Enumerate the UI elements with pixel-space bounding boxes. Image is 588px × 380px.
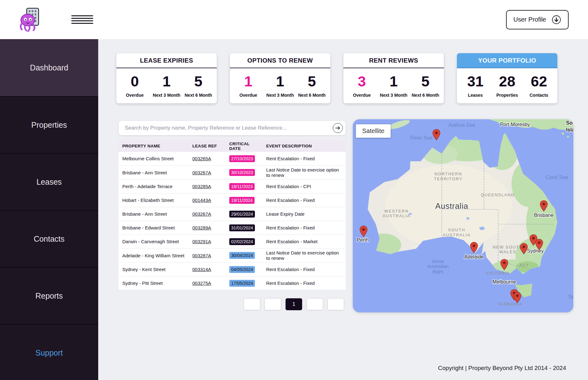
stat-label: Overdue xyxy=(119,93,151,98)
lease-ref-link[interactable]: 003287A xyxy=(192,253,211,258)
search-input[interactable] xyxy=(119,121,346,135)
stat-next-3-month: 1 Next 3 Month xyxy=(378,74,410,98)
pagination-box-1[interactable] xyxy=(244,298,260,310)
map-label-melbourne: Melbourne xyxy=(493,279,516,285)
stat-next-6-month: 5 Next 6 Month xyxy=(296,74,328,98)
event-description-cell: Rent Escalation - Fixed xyxy=(262,196,346,204)
critical-date-badge: 30/10/2023 xyxy=(229,169,255,176)
table-row[interactable]: Brisbane - Ann Street 003267A 30/10/2023… xyxy=(119,166,346,180)
map-label-sydney: Sydney xyxy=(527,248,544,254)
stat-label: Next 6 Month xyxy=(409,93,441,98)
octopus-logo[interactable] xyxy=(17,6,43,33)
sidebar-item-support[interactable]: Support xyxy=(0,324,98,380)
table-row[interactable]: Brisbane - Edward Street 003289A 31/01/2… xyxy=(119,221,346,235)
sidebar-item-properties[interactable]: Properties xyxy=(0,96,98,153)
pagination: 1 xyxy=(119,298,346,310)
arrow-right-icon xyxy=(335,125,341,131)
map-label-adelaide: Adelaide xyxy=(464,254,484,259)
sidebar-item-contacts[interactable]: Contacts xyxy=(0,210,98,267)
pagination-box-5[interactable] xyxy=(327,298,344,310)
map-label-nt-1: NORTHERN xyxy=(434,172,462,176)
search-submit-button[interactable] xyxy=(333,123,343,133)
user-profile-label: User Profile xyxy=(514,16,546,23)
card-body: 0 Overdue 1 Next 3 Month 5 Next 6 Month xyxy=(116,68,217,103)
critical-date-badge: 27/10/2023 xyxy=(229,155,255,162)
lease-ref-link[interactable]: 003291A xyxy=(192,239,211,244)
critical-dates-table: PROPERTY NAME LEASE REF CRITICAL DATE EV… xyxy=(119,140,346,290)
map-label-tasman-sea: Tasm xyxy=(568,295,573,300)
satellite-toggle-button[interactable]: Satellite xyxy=(356,124,391,138)
stat-cards-row: LEASE EXPIRIES 0 Overdue 1 Next 3 Month … xyxy=(116,53,588,103)
column-header-event-description: EVENT DESCRIPTION xyxy=(262,144,346,148)
sidebar-item-label: Dashboard xyxy=(30,63,68,72)
stat-value: 1 xyxy=(232,74,264,89)
user-profile-button[interactable]: User Profile xyxy=(506,10,569,29)
table-row[interactable]: Melbourne Collins Street 003265A 27/10/2… xyxy=(119,152,346,166)
pagination-box-4[interactable] xyxy=(307,298,323,310)
column-header-property-name: PROPERTY NAME xyxy=(119,144,189,148)
sidebar-item-label: Reports xyxy=(35,291,63,300)
stat-value: 1 xyxy=(151,74,183,89)
card-body: 31 Leases 28 Properties 62 Contacts xyxy=(457,68,557,103)
hamburger-menu-icon[interactable] xyxy=(71,15,93,24)
lease-ref-link[interactable]: 003275A xyxy=(192,280,211,286)
card-title: OPTIONS TO RENEW xyxy=(230,53,330,68)
table-row[interactable]: Brisbane - Ann Street 003267A 29/01/2024… xyxy=(119,207,346,221)
critical-date-badge: 29/01/2024 xyxy=(229,211,255,218)
stat-next-3-month: 1 Next 3 Month xyxy=(151,74,183,98)
property-name-cell: Brisbane - Ann Street xyxy=(119,210,189,218)
map-label-timor-sea: Timor Sea xyxy=(410,135,433,141)
map-label-vic: VICTORIA xyxy=(486,271,510,275)
card-lease-expiries: LEASE EXPIRIES 0 Overdue 1 Next 3 Month … xyxy=(116,53,217,103)
event-description-cell: Rent Escalation - Fixed xyxy=(262,154,346,163)
stat-label: Next 3 Month xyxy=(264,93,296,98)
lease-ref-link[interactable]: 001443A xyxy=(192,198,211,203)
stat-next-6-month: 5 Next 6 Month xyxy=(182,74,214,98)
stat-label: Next 3 Month xyxy=(378,93,410,98)
map-label-sol-2: Isla xyxy=(566,127,573,132)
card-your-portfolio: YOUR PORTFOLIO 31 Leases 28 Properties 6… xyxy=(457,53,557,103)
table-row[interactable]: Adelaide - King William Street 003287A 3… xyxy=(119,249,346,263)
content-row: PROPERTY NAME LEASE REF CRITICAL DATE EV… xyxy=(119,121,588,312)
column-header-critical-date: CRITICAL DATE xyxy=(226,141,262,151)
property-name-cell: Brisbane - Ann Street xyxy=(119,168,189,177)
stat-value: 62 xyxy=(523,74,555,89)
card-title: RENT REVIEWS xyxy=(343,53,444,68)
lease-ref-link[interactable]: 003289A xyxy=(192,225,211,230)
map-label-australia: Australia xyxy=(435,202,469,210)
sidebar-item-dashboard[interactable]: Dashboard xyxy=(0,39,98,96)
stat-label: Leases xyxy=(459,93,491,98)
map-label-act: ACT xyxy=(519,263,529,268)
table-row[interactable]: Sydney - Pitt Street 003275A 17/05/2024 … xyxy=(119,276,346,290)
table-row[interactable]: Hobart - Elizabeth Street 001443A 19/11/… xyxy=(119,193,346,207)
pagination-box-2[interactable] xyxy=(265,298,281,310)
main-content: LEASE EXPIRIES 0 Overdue 1 Next 3 Month … xyxy=(98,39,588,380)
sidebar-item-label: Properties xyxy=(31,121,67,130)
lease-ref-link[interactable]: 003267A xyxy=(192,170,211,175)
card-rent-reviews: RENT REVIEWS 3 Overdue 1 Next 3 Month 5 … xyxy=(343,53,444,103)
sidebar-item-leases[interactable]: Leases xyxy=(0,153,98,210)
map-panel: Arafura Sea Timor Sea Coral Sea Great Au… xyxy=(353,121,573,312)
hamburger-line xyxy=(71,18,93,19)
lease-ref-link[interactable]: 003314A xyxy=(192,267,211,272)
hamburger-line xyxy=(71,15,93,16)
lease-ref-link[interactable]: 003267A xyxy=(192,211,211,217)
property-name-cell: Perth - Adelaide Terrace xyxy=(119,182,189,191)
lease-ref-link[interactable]: 003265A xyxy=(192,156,211,161)
lease-ref-link[interactable]: 003285A xyxy=(192,184,211,189)
stat-leases: 31 Leases xyxy=(459,74,491,98)
card-body: 3 Overdue 1 Next 3 Month 5 Next 6 Month xyxy=(343,68,444,103)
pagination-box-current[interactable]: 1 xyxy=(286,298,302,310)
event-description-cell: Rent Escalation - Fixed xyxy=(262,265,346,274)
table-row[interactable]: Darwin - Canvenagh Street 003291A 02/02/… xyxy=(119,235,346,249)
property-name-cell: Adelaide - King William Street xyxy=(119,251,189,260)
card-title: LEASE EXPIRIES xyxy=(116,53,217,68)
stat-value: 5 xyxy=(409,74,441,89)
event-description-cell: Last Notice Date to exercise option to r… xyxy=(262,166,346,179)
portfolio-map[interactable]: Arafura Sea Timor Sea Coral Sea Great Au… xyxy=(353,119,573,312)
table-row[interactable]: Sydney - Kent Street 003314A 04/05/2024 … xyxy=(119,263,346,276)
sidebar-item-reports[interactable]: Reports xyxy=(0,267,98,324)
map-label-brisbane: Brisbane xyxy=(534,213,554,218)
property-name-cell: Sydney - Pitt Street xyxy=(119,279,189,287)
table-row[interactable]: Perth - Adelaide Terrace 003285A 18/11/2… xyxy=(119,180,346,193)
